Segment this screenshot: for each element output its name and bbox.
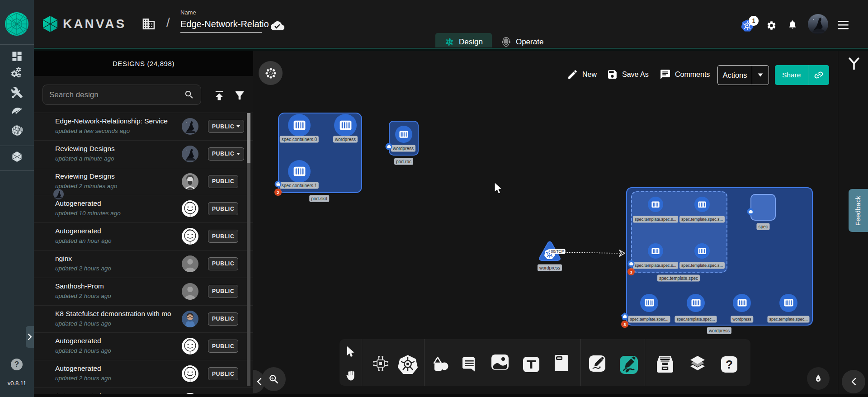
text-tool-icon[interactable] [523, 356, 540, 373]
layers-icon[interactable] [688, 355, 708, 374]
design-name-input[interactable]: Edge-Network-Relatio [180, 19, 262, 33]
sidebar-item-dashboard[interactable] [0, 47, 34, 65]
app-version: v0.8.11 [0, 380, 34, 387]
archive-drawer-icon[interactable] [656, 355, 675, 374]
container-node[interactable] [694, 197, 710, 212]
visibility-select[interactable]: PUBLIC [208, 367, 238, 380]
container-node[interactable] [779, 294, 797, 312]
visibility-select[interactable]: PUBLIC [208, 147, 244, 161]
dock-help-icon[interactable]: ? [721, 356, 738, 373]
image-tool-icon[interactable] [491, 354, 509, 370]
container-node[interactable] [687, 294, 705, 312]
error-count-badge[interactable]: 3 [627, 268, 635, 275]
visibility-select[interactable]: PUBLIC [208, 230, 238, 243]
design-list-item[interactable]: Autogeneratedupdated 2 hours agoPUBLIC [34, 333, 253, 360]
kubernetes-icon[interactable] [397, 354, 418, 374]
filter-icon[interactable] [233, 89, 246, 102]
visibility-select[interactable]: PUBLIC [208, 175, 238, 188]
visibility-select[interactable]: PUBLIC [208, 395, 238, 397]
share-button[interactable]: Share [775, 65, 808, 85]
k8s-resource-badge[interactable] [275, 181, 282, 188]
k8s-resource-badge[interactable] [386, 143, 392, 150]
sidebar-item-lifecycle[interactable] [0, 64, 34, 82]
api-circuit-icon[interactable] [372, 354, 390, 373]
visibility-select[interactable]: PUBLIC [208, 120, 244, 133]
search-input[interactable] [49, 90, 184, 99]
container-node[interactable] [733, 294, 751, 312]
container-node-spec-containers-0[interactable] [288, 114, 311, 137]
tab-operate[interactable]: Operate [492, 33, 552, 51]
sidebar-item-kanvas[interactable] [0, 147, 34, 165]
pan-hand-icon[interactable] [345, 370, 357, 382]
container-node[interactable] [640, 294, 658, 312]
container-node[interactable] [648, 197, 663, 212]
visibility-select[interactable]: PUBLIC [208, 285, 238, 298]
actions-dropdown-caret[interactable] [752, 73, 769, 77]
error-count-badge[interactable]: 3 [621, 321, 628, 328]
layer5-community-icon[interactable] [848, 57, 861, 71]
design-list-item[interactable]: Autogeneratedupdated an hour agoPUBLIC [34, 223, 253, 250]
design-owner-avatar [182, 228, 198, 245]
design-list-item[interactable]: Autogeneratedupdated 2 hours agoPUBLIC [34, 388, 253, 397]
visibility-select[interactable]: PUBLIC [208, 340, 238, 353]
collapse-right-dock-button[interactable] [842, 370, 865, 393]
sticky-note-icon[interactable] [553, 354, 570, 372]
container-node[interactable] [694, 243, 710, 259]
copy-link-button[interactable] [808, 65, 829, 85]
design-list-item[interactable]: Edge-Network-Relationship: Serviceupdate… [34, 113, 253, 141]
save-as-button[interactable]: Save As [607, 69, 649, 80]
kubernetes-context-icon[interactable]: 1 [741, 19, 754, 31]
visibility-select[interactable]: PUBLIC [208, 312, 238, 326]
settings-gear-icon[interactable] [766, 20, 777, 31]
comment-tool-icon[interactable] [461, 356, 478, 372]
design-list-item[interactable]: Reviewing Designsupdated 2 minutes agoPU… [34, 168, 253, 196]
actions-button[interactable]: Actions [717, 65, 769, 85]
k8s-resource-badge[interactable] [628, 260, 635, 267]
sidebar-divider [0, 146, 34, 146]
shapes-icon[interactable] [431, 355, 450, 373]
design-list-item[interactable]: K8 Statefulset demonstration with moupda… [34, 306, 253, 333]
user-avatar[interactable] [808, 14, 828, 34]
error-count-badge[interactable]: 2 [274, 189, 282, 196]
whiteboard-pen-button[interactable] [807, 367, 830, 390]
container-node-wordpress[interactable] [395, 126, 412, 143]
notifications-bell-icon[interactable] [788, 19, 797, 29]
k8s-resource-badge[interactable] [747, 208, 754, 215]
hamburger-menu-icon[interactable] [838, 21, 849, 29]
meshery-logo[interactable] [5, 12, 28, 36]
publish-design-icon[interactable] [213, 89, 226, 102]
tab-design[interactable]: Design [435, 33, 492, 51]
sidebar-item-mesh[interactable] [0, 121, 34, 139]
pod-roc-label: pod-roc [394, 158, 413, 165]
zoom-button[interactable] [262, 367, 286, 391]
container-node-wordpress[interactable] [334, 114, 357, 137]
feedback-tab[interactable]: Feedback [849, 189, 868, 232]
spec-node[interactable] [750, 194, 776, 221]
collaborator-presence-avatar [53, 189, 64, 199]
organization-icon[interactable] [142, 17, 156, 31]
container-node-spec-containers-1[interactable] [288, 160, 311, 183]
visibility-select[interactable]: PUBLIC [208, 257, 238, 270]
design-list-item[interactable]: Reviewing Designsupdated a minute agoPUB… [34, 141, 253, 168]
annotate-pen-icon[interactable] [589, 355, 606, 372]
sidebar-item-configuration[interactable] [0, 83, 34, 101]
help-icon[interactable]: ? [11, 359, 23, 370]
kanvas-logo-icon[interactable] [41, 15, 59, 33]
new-button[interactable]: New [567, 69, 597, 80]
sidebar-item-performance[interactable] [0, 102, 34, 120]
design-list-item[interactable]: Autogeneratedupdated 10 minutes agoPUBLI… [34, 195, 253, 223]
select-cursor-icon[interactable] [345, 346, 356, 359]
design-list-item[interactable]: Autogeneratedupdated 2 hours agoPUBLIC [34, 360, 253, 388]
designs-scrollbar-thumb[interactable] [247, 113, 250, 163]
sidebar-expand-chevron[interactable] [26, 326, 34, 348]
design-canvas[interactable]: New Save As Comments Actions [253, 51, 868, 397]
search-icon[interactable] [184, 90, 194, 100]
comments-button[interactable]: Comments [660, 69, 710, 80]
visibility-select[interactable]: PUBLIC [208, 202, 238, 215]
freehand-draw-icon[interactable] [619, 354, 638, 375]
spec-template-spec-node[interactable] [631, 191, 727, 273]
container-node[interactable] [648, 243, 663, 259]
designs-scrollbar[interactable] [247, 113, 250, 386]
design-list-item[interactable]: nginxupdated 2 hours agoPUBLIC [34, 250, 253, 278]
design-list-item[interactable]: Santhosh-Promupdated 2 hours agoPUBLIC [34, 278, 253, 306]
